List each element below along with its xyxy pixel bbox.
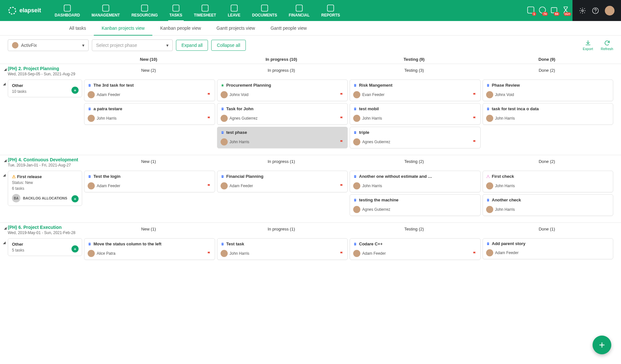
export-button[interactable]: Export — [583, 40, 593, 51]
assignee-avatar — [486, 249, 493, 256]
subnav-all-tasks[interactable]: All tasks — [61, 21, 94, 35]
toolbar: ActivFix ▾ Select project phase ▾ Expand… — [0, 36, 621, 55]
task-title: Test task — [226, 241, 244, 246]
nav-resourcing[interactable]: RESOURCING — [125, 0, 163, 21]
chevron-down-icon: ▾ — [82, 43, 84, 48]
column: The 3rd task for testAdam Feedera patra … — [84, 80, 215, 125]
task-card[interactable]: First checkJohn Harris — [483, 171, 614, 192]
side-card[interactable]: ◢Other5 tasks+ — [8, 238, 82, 256]
nav-documents[interactable]: DOCUMENTS — [246, 0, 283, 21]
flag-icon — [473, 92, 477, 97]
side-sub: 5 tasks — [12, 248, 78, 252]
priority-icon — [473, 174, 477, 178]
task-card[interactable]: The 3rd task for testAdam Feeder — [84, 80, 215, 101]
task-card[interactable]: test mobilJohn Harris — [350, 103, 481, 125]
nav-dashboard[interactable]: DASHBOARD — [49, 0, 86, 21]
refresh-button[interactable]: Refresh — [601, 40, 613, 51]
collapse-toggle[interactable]: ◢ — [4, 226, 6, 230]
phase-column-count: New (1) — [82, 157, 215, 164]
user-avatar[interactable] — [605, 6, 615, 16]
collapse-toggle[interactable]: ◢ — [4, 67, 6, 71]
brand-logo[interactable]: elapseit — [0, 0, 49, 21]
side-status: Status: New — [12, 180, 78, 185]
nav-reports[interactable]: REPORTS — [315, 0, 346, 21]
phase-title[interactable]: (PH) 4. Continuous Development — [8, 157, 82, 162]
task-card[interactable]: Another one without estimate and …John H… — [350, 171, 481, 192]
status-icon-1[interactable]: 1 — [527, 6, 535, 15]
task-card[interactable]: Financial PlanningAdam Feeder — [217, 171, 348, 192]
doc-icon — [88, 175, 92, 178]
doc-icon — [221, 175, 224, 178]
column: Test taskJohn Harris — [217, 238, 348, 260]
task-card[interactable]: Move the status column to the leftAlice … — [84, 238, 215, 260]
status-icon-2[interactable]: 74 — [538, 6, 547, 15]
task-card[interactable]: testing the machineAgnes Gutierrez — [350, 194, 481, 216]
chevron-down-icon: ▾ — [166, 43, 169, 48]
star-icon — [221, 83, 224, 87]
collapse-toggle[interactable]: ◢ — [3, 173, 5, 177]
doc-icon — [353, 107, 357, 111]
gear-icon[interactable] — [579, 7, 586, 14]
side-card[interactable]: ◢Other10 tasks+ — [8, 80, 82, 97]
flag-icon — [473, 251, 477, 256]
expand-all-button[interactable]: Expand all — [176, 40, 208, 51]
status-icon-3[interactable]: 84 — [550, 6, 558, 15]
priority-icon — [340, 130, 344, 134]
priority-icon — [340, 106, 344, 111]
nav-financial[interactable]: FINANCIAL — [283, 0, 316, 21]
phase-select[interactable]: Select project phase ▾ — [92, 39, 173, 51]
task-title: First check — [492, 174, 514, 179]
task-card[interactable]: Risk MangementEvan Feeder — [350, 80, 481, 101]
task-card[interactable]: Test taskJohn Harris — [217, 238, 348, 260]
collapse-toggle[interactable]: ◢ — [3, 241, 5, 245]
assignee-avatar — [221, 138, 228, 145]
nav-timesheet[interactable]: TIMESHEET — [188, 0, 222, 21]
phase-column-count: Testing (2) — [348, 157, 481, 164]
phase-title[interactable]: (PH) 2. Project Planning — [8, 66, 82, 71]
task-title: Risk Mangement — [359, 83, 392, 88]
task-card[interactable]: Phase ReviewJohnx Void — [483, 80, 614, 101]
task-card[interactable]: a patra testareJohn Harris — [84, 103, 215, 125]
subnav-gantt-people-view[interactable]: Gantt people view — [263, 21, 314, 35]
side-card[interactable]: ◢⚠ First releaseStatus: New6 tasksBABACK… — [8, 171, 82, 206]
assignee-name: Johnx Void — [230, 92, 249, 97]
doc-icon — [88, 242, 92, 246]
phase-title[interactable]: (PH) 6. Project Execution — [8, 225, 82, 230]
project-avatar-icon — [12, 42, 18, 48]
column-headers: New (10)In progress (10)Testing (9)Done … — [0, 55, 621, 64]
collapse-toggle[interactable]: ◢ — [4, 158, 6, 163]
task-card[interactable]: task for test inca o dataJohn Harris — [483, 103, 614, 125]
priority-icon — [605, 106, 610, 111]
phase-column-count: In progress (1) — [215, 157, 348, 164]
warning-icon: ⚠ — [12, 174, 17, 179]
task-card[interactable]: Another checkJohn Harris — [483, 194, 614, 216]
assignee-name: Johnx Void — [495, 92, 514, 97]
collapse-all-button[interactable]: Collapse all — [211, 40, 245, 51]
status-icon-4[interactable]: OUT — [561, 6, 570, 15]
subnav-kanban-projects-view[interactable]: Kanban projects view — [94, 21, 152, 35]
side-title: Other — [12, 83, 78, 88]
task-card[interactable]: Task for JohnAgnes Gutierrez — [217, 103, 348, 125]
add-task-button[interactable]: + — [71, 195, 79, 202]
assignee-avatar — [88, 91, 95, 98]
collapse-toggle[interactable]: ◢ — [3, 82, 5, 86]
subnav-gantt-projects-view[interactable]: Gantt projects view — [209, 21, 263, 35]
project-select[interactable]: ActivFix ▾ — [8, 39, 89, 51]
task-card[interactable]: Codare C++Adam Feeder — [350, 238, 481, 260]
add-task-button[interactable]: + — [71, 245, 79, 252]
nav-leave[interactable]: LEAVE — [222, 0, 246, 21]
task-card[interactable]: Test the loginAdam Feeder — [84, 171, 215, 192]
doc-icon — [88, 107, 92, 111]
doc-icon — [486, 198, 490, 202]
task-card[interactable]: test phaseJohn Harris — [217, 127, 348, 148]
help-icon[interactable] — [592, 7, 599, 14]
add-task-button[interactable]: + — [71, 87, 79, 94]
subnav-kanban-people-view[interactable]: Kanban people view — [152, 21, 209, 35]
doc-icon — [221, 131, 224, 134]
nav-management[interactable]: MANAGEMENT — [86, 0, 125, 21]
task-card[interactable]: Add parent storyAdam Feeder — [483, 238, 614, 259]
nav-tasks[interactable]: TASKS — [164, 0, 188, 21]
phase-column-count: In progress (1) — [215, 225, 348, 231]
task-card[interactable]: tripleAgnes Gutierrez — [350, 127, 481, 148]
task-card[interactable]: Procurement PlanningJohnx Void — [217, 80, 348, 101]
